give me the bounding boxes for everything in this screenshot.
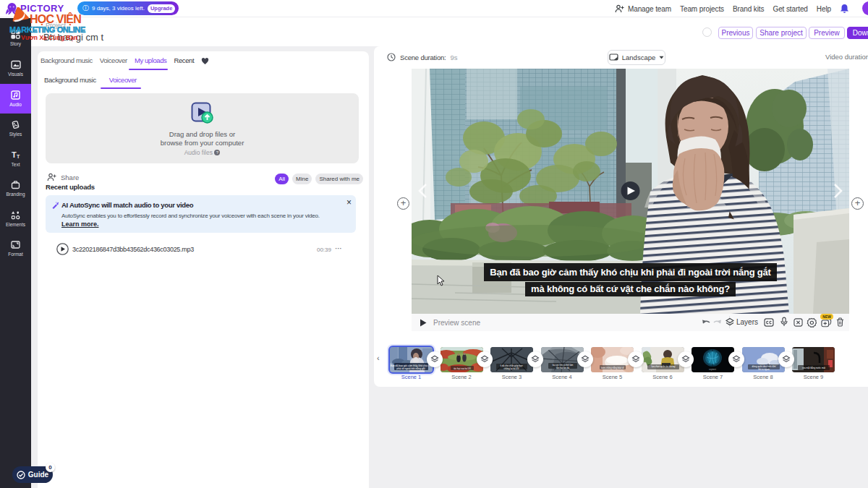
svg-text:tác hại của tia UV: tác hại của tia UV [454, 367, 471, 370]
svg-text:phải đi ngoài trời nắng gắt: phải đi ngoài trời nắng gắt [396, 367, 425, 370]
svg-text:lựa chọn quần áo dài tay: lựa chọn quần áo dài tay [651, 365, 676, 368]
svg-text:chống lại tia UV: chống lại tia UV [503, 367, 519, 370]
svg-text:T: T [17, 154, 20, 159]
svg-text:rửa mặt bằng nước mát: rửa mặt bằng nước mát [802, 366, 825, 369]
svg-text:khi ra ngoài: khi ra ngoài [758, 368, 770, 371]
svg-text:T: T [12, 150, 17, 159]
svg-text:kem chống nắng bảo vệ: kem chống nắng bảo vệ [601, 366, 624, 369]
svg-text:segment: segment [709, 368, 716, 371]
svg-text:tổn hại làn da: tổn hại làn da [556, 367, 569, 369]
